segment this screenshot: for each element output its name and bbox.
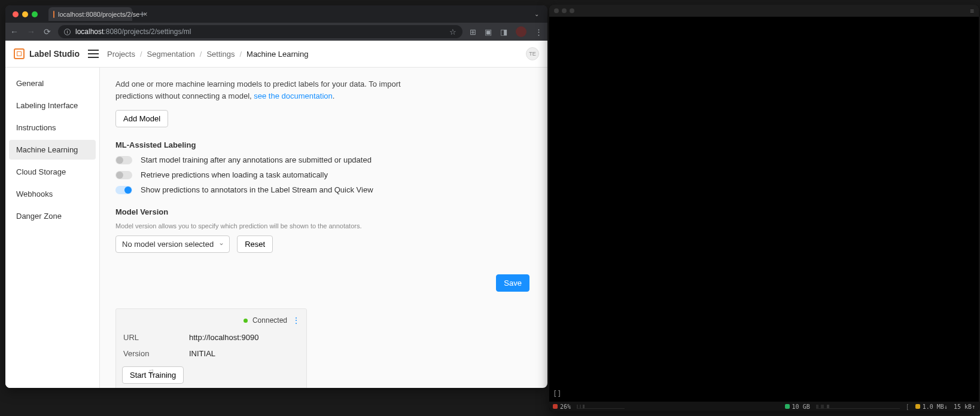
crumb-ml: Machine Learning	[246, 50, 308, 59]
status-text: Connected	[252, 316, 287, 325]
page-content: Label Studio Projects / Segmentation / S…	[5, 41, 547, 388]
nav-controls: ← → ⟳	[10, 27, 51, 36]
ml-backend-card: Connected ⋮ URL http://localhost:9090 Ve…	[115, 308, 307, 388]
site-info-icon[interactable]: i	[64, 29, 71, 35]
model-version-value: No model version selected	[122, 240, 214, 249]
main-panel: Add one or more machine learning models …	[100, 68, 547, 388]
toggle-show[interactable]	[115, 186, 132, 194]
traffic-lights	[13, 11, 38, 17]
profile-avatar[interactable]	[516, 26, 526, 37]
ml-assisted-heading: ML-Assisted Labeling	[115, 140, 532, 149]
toggle-retrieve[interactable]	[115, 171, 132, 179]
browser-menu-icon[interactable]: ⋮	[535, 27, 543, 36]
address-bar[interactable]: i localhost:8080/projects/2/settings/ml …	[58, 25, 462, 38]
kv-version-value: INITIAL	[189, 349, 215, 358]
toggle-row-retrieve: Retrieve predictions when loading a task…	[115, 170, 532, 179]
model-version-section: Model Version Model version allows you t…	[115, 207, 532, 253]
model-version-hint: Model version allows you to specify whic…	[115, 222, 532, 230]
model-version-select[interactable]: No model version selected	[115, 235, 230, 253]
tab-title: localhost:8080/projects/2/se	[58, 11, 139, 18]
terminal-prompt: []	[553, 390, 561, 398]
settings-sidebar: General Labeling Interface Instructions …	[5, 68, 100, 388]
brand[interactable]: Label Studio	[14, 48, 80, 59]
mem-spark-icon	[816, 405, 900, 409]
sidebar-item-cloud[interactable]: Cloud Storage	[9, 162, 96, 182]
sidebar-item-labeling[interactable]: Labeling Interface	[9, 96, 96, 115]
sidebar-item-webhooks[interactable]: Webhooks	[9, 184, 96, 204]
crumb-sep: /	[200, 50, 202, 59]
docs-link[interactable]: see the documentation	[254, 91, 333, 100]
new-tab-button[interactable]: +	[136, 9, 148, 20]
net-up-chip: 15 kB↑	[954, 403, 975, 410]
tabs-dropdown-icon[interactable]: ⌄	[531, 8, 543, 20]
kv-url-value: http://localhost:9090	[189, 333, 258, 342]
save-button[interactable]: Save	[496, 274, 529, 292]
browser-tab[interactable]: localhost:8080/projects/2/se ×	[48, 7, 132, 21]
terminal-statusbar: 26% 10 GB [ 1.0 MB↓ 15 kB↑	[549, 402, 979, 411]
kv-version-key: Version	[123, 349, 189, 358]
net-up-value: 15 kB↑	[954, 403, 975, 410]
back-button[interactable]: ←	[10, 27, 19, 36]
user-avatar[interactable]: TE	[526, 47, 539, 60]
minimize-window-icon[interactable]	[22, 11, 28, 17]
favicon-icon	[53, 11, 54, 18]
sidebar-item-general[interactable]: General	[9, 74, 96, 93]
cpu-chip: 26%	[553, 403, 571, 410]
maximize-window-icon[interactable]	[32, 11, 38, 17]
crumb-settings[interactable]: Settings	[206, 50, 235, 59]
bookmark-icon[interactable]: ☆	[449, 27, 456, 36]
toggle-retrieve-label: Retrieve predictions when loading a task…	[141, 170, 328, 179]
card-menu-icon[interactable]: ⋮	[292, 317, 300, 323]
bracket-left: [	[906, 403, 909, 410]
toggle-train[interactable]	[115, 156, 132, 164]
crumb-projects[interactable]: Projects	[107, 50, 135, 59]
sidebar-item-danger[interactable]: Danger Zone	[9, 206, 96, 226]
toggle-row-show: Show predictions to annotators in the La…	[115, 185, 532, 194]
brand-name: Label Studio	[29, 49, 80, 59]
url-text: localhost:8080/projects/2/settings/ml	[75, 27, 445, 36]
extensions-icon[interactable]: ⊞	[470, 27, 476, 36]
toggle-show-label: Show predictions to annotators in the La…	[141, 185, 373, 194]
cast-icon[interactable]: ▣	[485, 27, 492, 36]
cpu-value: 26%	[560, 403, 571, 410]
term-menu-icon[interactable]: ≡	[970, 7, 974, 15]
add-model-button[interactable]: Add Model	[115, 110, 168, 127]
net-down-chip: 1.0 MB↓	[915, 403, 948, 410]
cpu-icon	[553, 404, 558, 409]
crumb-sep: /	[140, 50, 142, 59]
terminal-window: ≡ [] 26% 10 GB [ 1.0 MB↓ 15 kB↑	[549, 5, 979, 411]
terminal-body[interactable]: []	[549, 17, 979, 402]
side-panel-icon[interactable]: ◨	[500, 27, 507, 36]
kv-url-key: URL	[123, 333, 189, 342]
tab-bar: localhost:8080/projects/2/se × + ⌄	[5, 5, 547, 23]
term-min-icon[interactable]	[562, 8, 567, 13]
mem-icon	[785, 404, 790, 409]
toggle-train-label: Start model training after any annotatio…	[141, 155, 372, 164]
net-down-icon	[915, 404, 920, 409]
crumb-sep: /	[239, 50, 242, 59]
intro-text: Add one or more machine learning models …	[115, 78, 403, 102]
ml-assisted-section: ML-Assisted Labeling Start model trainin…	[115, 140, 532, 194]
menu-toggle-icon[interactable]	[88, 50, 99, 58]
status-dot-icon	[244, 319, 248, 323]
cpu-spark-icon	[577, 405, 625, 409]
start-training-button[interactable]: Start Training	[122, 366, 184, 384]
model-version-heading: Model Version	[115, 207, 532, 216]
breadcrumb: Projects / Segmentation / Settings / Mac…	[107, 50, 308, 59]
term-close-icon[interactable]	[554, 8, 559, 13]
toggle-row-train: Start model training after any annotatio…	[115, 155, 532, 164]
close-window-icon[interactable]	[13, 11, 19, 17]
kv-url: URL http://localhost:9090	[116, 329, 306, 345]
net-down-value: 1.0 MB↓	[923, 403, 948, 410]
sidebar-item-ml[interactable]: Machine Learning	[9, 140, 96, 160]
reload-button[interactable]: ⟳	[44, 27, 51, 36]
mem-chip: 10 GB	[785, 403, 810, 410]
terminal-titlebar: ≡	[549, 5, 979, 17]
forward-button[interactable]: →	[27, 27, 35, 36]
logo-icon	[14, 48, 25, 59]
term-max-icon[interactable]	[570, 8, 574, 13]
sidebar-item-instructions[interactable]: Instructions	[9, 118, 96, 137]
reset-button[interactable]: Reset	[237, 235, 273, 253]
crumb-segmentation[interactable]: Segmentation	[147, 50, 195, 59]
browser-window: localhost:8080/projects/2/se × + ⌄ ← → ⟳…	[5, 5, 547, 388]
